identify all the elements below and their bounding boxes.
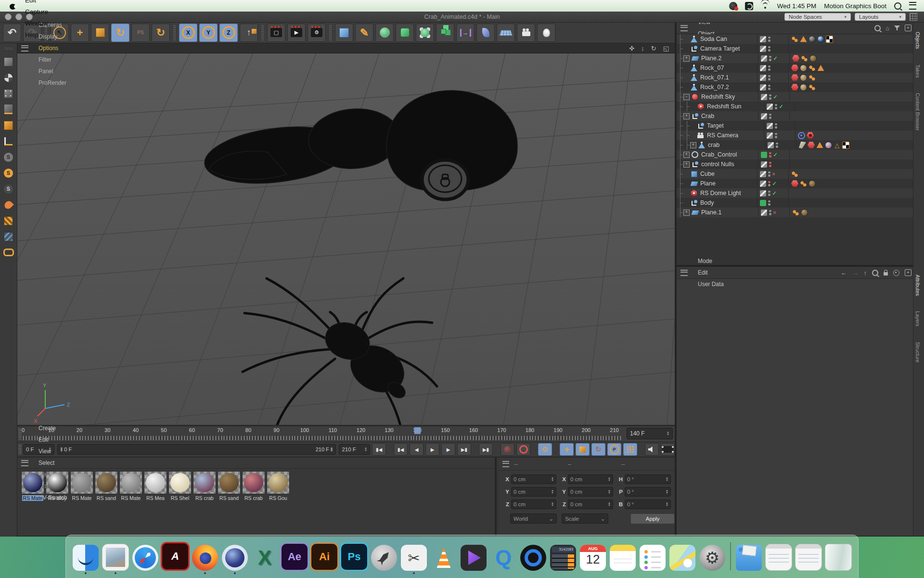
kf-scale-button[interactable] bbox=[576, 443, 590, 456]
edges-mode-button[interactable] bbox=[2, 103, 15, 116]
visibility-dots[interactable] bbox=[768, 200, 770, 206]
dock-item-reminders[interactable] bbox=[638, 545, 667, 574]
object-toggles[interactable]: ✓ bbox=[757, 179, 789, 188]
coord-field-y[interactable]: 0 cm▲▼ bbox=[568, 487, 613, 497]
prev-frame-button[interactable]: ◀ bbox=[410, 443, 424, 456]
wing-tag[interactable] bbox=[799, 142, 806, 149]
maps-dock-icon[interactable] bbox=[669, 545, 695, 571]
kf-rotation-button[interactable]: ↻ bbox=[591, 443, 605, 456]
dock-item-safari[interactable] bbox=[130, 545, 160, 574]
palette-grip[interactable] bbox=[4, 47, 13, 50]
window-1-dock-icon[interactable] bbox=[765, 544, 792, 571]
add-symmetry-button[interactable]: → bbox=[456, 24, 475, 42]
add-camera-button[interactable] bbox=[517, 24, 535, 42]
object-toggles[interactable]: ✓ bbox=[764, 102, 796, 111]
object-row-cube[interactable]: Cube× bbox=[677, 169, 915, 179]
visibility-dots[interactable] bbox=[768, 75, 770, 80]
object-toggles[interactable] bbox=[758, 159, 790, 169]
dock-item-trash[interactable] bbox=[823, 544, 853, 574]
object-row-redshift-sky[interactable]: -Redshift Sky✓ bbox=[677, 92, 915, 102]
viewport-menu-panel[interactable]: Panel bbox=[33, 66, 72, 77]
axis-mode-button[interactable] bbox=[2, 135, 15, 147]
visibility-dots[interactable] bbox=[769, 114, 771, 119]
expand-toggle[interactable]: + bbox=[690, 142, 696, 148]
viewport-menu-filter[interactable]: Filter bbox=[33, 54, 72, 66]
layer-toggle[interactable] bbox=[761, 55, 767, 62]
material-item-8[interactable]: RS sand bbox=[218, 471, 241, 501]
downloads-dock-icon[interactable] bbox=[736, 545, 762, 571]
dock-item-screenshot[interactable]: ✂ bbox=[399, 545, 429, 574]
mat-brown-tag[interactable] bbox=[808, 180, 816, 187]
coord-field-b[interactable]: 0 °▲▼ bbox=[625, 499, 671, 509]
dock-item-system-preferences[interactable]: ⚙ bbox=[697, 545, 727, 574]
mat-crab-tag[interactable] bbox=[825, 142, 832, 149]
om-add-icon[interactable]: + bbox=[905, 25, 911, 31]
object-row-control-nulls[interactable]: +control Nulls bbox=[677, 159, 915, 169]
menu-item-window[interactable]: Window bbox=[20, 17, 53, 29]
play-button[interactable]: ▶ bbox=[425, 443, 439, 456]
rs-tag[interactable] bbox=[791, 180, 798, 187]
add-bend-button[interactable] bbox=[476, 24, 495, 42]
coord-field-x[interactable]: 0 cm▲▼ bbox=[568, 474, 613, 484]
transport-grip[interactable] bbox=[18, 444, 22, 455]
node-spaces-dropdown[interactable]: Node Spaces▾ bbox=[784, 13, 851, 21]
coord-system-select[interactable]: World⌄ bbox=[510, 513, 557, 524]
coord-field-p[interactable]: 0 °▲▼ bbox=[625, 487, 671, 497]
prev-tool-button[interactable]: PS bbox=[131, 24, 150, 42]
visibility-dots[interactable] bbox=[776, 143, 778, 148]
attr-up-icon[interactable]: ↑ bbox=[864, 269, 867, 276]
layouts-dropdown[interactable]: Layouts▾ bbox=[855, 13, 906, 21]
add-light-button[interactable] bbox=[537, 24, 555, 42]
illustrator-dock-icon[interactable]: Ai bbox=[310, 543, 338, 571]
object-toggles[interactable] bbox=[757, 82, 789, 92]
tab-objects[interactable]: Objects bbox=[915, 29, 921, 52]
points-mode-button[interactable] bbox=[2, 87, 15, 100]
layer-toggle[interactable] bbox=[761, 94, 767, 100]
mat-rock-tag[interactable] bbox=[800, 84, 807, 91]
paint-tool-button[interactable] bbox=[2, 198, 15, 211]
dock-item-after-effects[interactable]: Ae bbox=[280, 543, 309, 574]
layer-toggle[interactable] bbox=[761, 113, 767, 119]
layer-toggle[interactable] bbox=[760, 181, 766, 187]
lock-workplane-button[interactable] bbox=[2, 246, 15, 259]
object-row-rock-07-2[interactable]: Rock_07.2 bbox=[677, 82, 915, 92]
material-menu-select[interactable]: Select bbox=[33, 457, 72, 469]
kf-position-button[interactable]: + bbox=[560, 443, 574, 456]
layer-toggle[interactable] bbox=[760, 75, 766, 81]
material-thumbnail[interactable] bbox=[119, 471, 142, 494]
protection-tag[interactable] bbox=[817, 65, 824, 72]
firefox-dock-icon[interactable] bbox=[192, 545, 218, 571]
dock-item-window-2[interactable] bbox=[794, 544, 823, 574]
object-toggles[interactable] bbox=[764, 121, 796, 131]
mat-brown-tag[interactable] bbox=[801, 209, 808, 216]
attr-lock-icon[interactable] bbox=[884, 272, 888, 276]
app-status-icon[interactable] bbox=[745, 2, 753, 10]
material-menu-edit[interactable]: Edit bbox=[33, 434, 72, 446]
dock-item-maps[interactable] bbox=[667, 545, 697, 574]
add-subdivision-button[interactable] bbox=[375, 24, 394, 42]
move-tool-button[interactable]: + bbox=[71, 24, 89, 42]
attr-add-icon[interactable]: + bbox=[905, 269, 911, 276]
visibility-dots[interactable] bbox=[769, 210, 771, 215]
wifi-icon[interactable] bbox=[761, 2, 770, 9]
tab-attributes[interactable]: Attributes bbox=[915, 272, 921, 299]
autokey-button[interactable]: ⚙ bbox=[538, 443, 552, 456]
dock-item-quicktime[interactable] bbox=[518, 545, 548, 574]
attr-search-icon[interactable] bbox=[872, 270, 878, 276]
object-row-camera-target[interactable]: Camera Target bbox=[677, 44, 915, 53]
notification-center-icon[interactable] bbox=[909, 2, 916, 10]
layer-toggle[interactable] bbox=[760, 171, 766, 177]
timeline-grip[interactable] bbox=[18, 428, 22, 440]
current-frame-field[interactable]: 140 F ▲▼ bbox=[627, 428, 673, 439]
xpresso-tag[interactable] bbox=[808, 65, 816, 72]
layer-toggle[interactable] bbox=[767, 132, 773, 139]
rs-tag[interactable] bbox=[791, 74, 798, 81]
tri-outline-tag[interactable]: △ bbox=[834, 142, 841, 149]
attribute-menu-icon[interactable] bbox=[680, 270, 688, 276]
menu-bar-clock[interactable]: Wed 1:45 PM bbox=[777, 2, 817, 10]
texture-tile-button[interactable] bbox=[2, 214, 15, 227]
visibility-dots[interactable] bbox=[768, 171, 770, 177]
xpresso-tag[interactable] bbox=[801, 55, 808, 62]
toggle-views-icon[interactable]: ◱ bbox=[663, 45, 669, 52]
material-thumbnail[interactable] bbox=[70, 471, 93, 494]
